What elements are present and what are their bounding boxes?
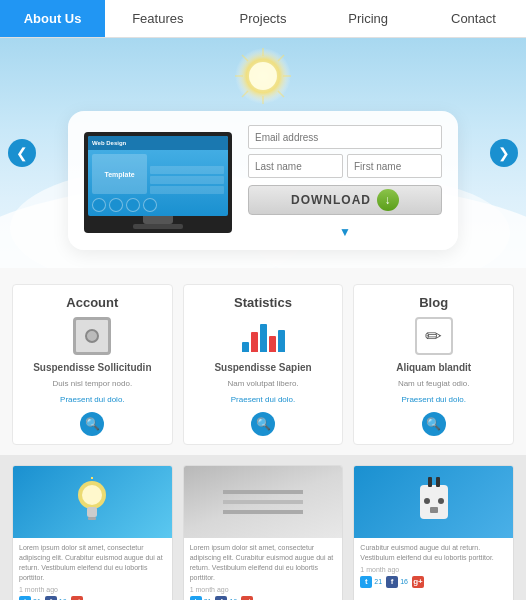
post-twitter-3[interactable]: t 21 bbox=[360, 576, 382, 588]
gplus-icon: g+ bbox=[241, 596, 253, 600]
post-gplus-1[interactable]: g+ bbox=[71, 596, 83, 600]
email-input[interactable] bbox=[248, 125, 442, 149]
post-text-3: Curabitur euismod augue dui at return. V… bbox=[360, 543, 507, 563]
post-social-3: t 21 f 16 g+ bbox=[360, 576, 507, 588]
hero-next-arrow[interactable]: ❯ bbox=[490, 139, 518, 167]
feature-blog: Blog ✏ Aliquam blandit Nam ut feugiat od… bbox=[353, 284, 514, 445]
twitter-icon: t bbox=[360, 576, 372, 588]
feature-blog-link[interactable]: Praesent dui dolo. bbox=[401, 395, 466, 404]
download-label: DOWNLOAD bbox=[291, 193, 371, 207]
feature-blog-name: Aliquam blandit bbox=[396, 362, 471, 373]
socket-icon bbox=[412, 477, 456, 527]
svg-point-1 bbox=[249, 62, 277, 90]
hero-form: DOWNLOAD ↓ ▼ bbox=[248, 125, 442, 240]
svg-rect-15 bbox=[87, 507, 97, 517]
post-text-1: Lorem ipsum dolor sit amet, consectetur … bbox=[19, 543, 166, 582]
bulb-icon bbox=[74, 477, 110, 527]
hero-prev-arrow[interactable]: ❮ bbox=[8, 139, 36, 167]
post-gplus-2[interactable]: g+ bbox=[241, 596, 253, 600]
svg-rect-26 bbox=[436, 477, 440, 487]
lines-icon bbox=[223, 482, 303, 522]
twitter-icon: t bbox=[19, 596, 31, 600]
post-text-2: Lorem ipsum dolor sit amet, consectetur … bbox=[190, 543, 337, 582]
post-body-3: Curabitur euismod augue dui at return. V… bbox=[354, 538, 513, 593]
feature-statistics-desc: Nam volutpat libero. bbox=[227, 379, 298, 389]
scroll-down-icon: ▼ bbox=[339, 225, 351, 239]
post-facebook-3[interactable]: f 16 bbox=[386, 576, 408, 588]
post-social-2: t 21 f 16 g+ bbox=[190, 596, 337, 600]
navigation: About Us Features Projects Pricing Conta… bbox=[0, 0, 526, 38]
feature-account-desc: Duis nisl tempor nodo. bbox=[53, 379, 133, 389]
svg-rect-25 bbox=[428, 477, 432, 487]
svg-rect-24 bbox=[430, 507, 438, 513]
feature-statistics-name: Suspendisse Sapien bbox=[214, 362, 311, 373]
firstname-input[interactable] bbox=[347, 154, 442, 178]
feature-account-search[interactable]: 🔍 bbox=[80, 412, 104, 436]
posts-section: Lorem ipsum dolor sit amet, consectetur … bbox=[0, 455, 526, 600]
gplus-icon: g+ bbox=[71, 596, 83, 600]
post-date-2: 1 month ago bbox=[190, 586, 337, 593]
feature-account-link[interactable]: Praesent dui dolo. bbox=[60, 395, 125, 404]
post-thumb-2 bbox=[184, 466, 343, 538]
post-body-2: Lorem ipsum dolor sit amet, consectetur … bbox=[184, 538, 343, 600]
nav-item-contact[interactable]: Contact bbox=[421, 0, 526, 37]
feature-blog-search[interactable]: 🔍 bbox=[422, 412, 446, 436]
post-body-1: Lorem ipsum dolor sit amet, consectetur … bbox=[13, 538, 172, 600]
nav-item-features[interactable]: Features bbox=[105, 0, 210, 37]
chart-icon bbox=[239, 316, 287, 356]
blog-icon: ✏ bbox=[410, 316, 458, 356]
download-button[interactable]: DOWNLOAD ↓ bbox=[248, 185, 442, 215]
gplus-icon: g+ bbox=[412, 576, 424, 588]
sun-icon bbox=[233, 46, 293, 106]
feature-blog-desc: Nam ut feugiat odio. bbox=[398, 379, 470, 389]
feature-account-name: Suspendisse Sollicitudin bbox=[33, 362, 151, 373]
safe-icon bbox=[68, 316, 116, 356]
post-date-3: 1 month ago bbox=[360, 566, 507, 573]
facebook-icon: f bbox=[215, 596, 227, 600]
twitter-icon: t bbox=[190, 596, 202, 600]
post-card-2: Lorem ipsum dolor sit amet, consectetur … bbox=[183, 465, 344, 600]
download-icon: ↓ bbox=[377, 189, 399, 211]
facebook-icon: f bbox=[386, 576, 398, 588]
svg-point-23 bbox=[438, 498, 444, 504]
nav-item-pricing[interactable]: Pricing bbox=[316, 0, 421, 37]
feature-statistics-title: Statistics bbox=[234, 295, 292, 310]
feature-account: Account Suspendisse Sollicitudin Duis ni… bbox=[12, 284, 173, 445]
post-facebook-1[interactable]: f 16 bbox=[45, 596, 67, 600]
hero-section: ❮ ❯ Web Design Template bbox=[0, 38, 526, 268]
post-card-1: Lorem ipsum dolor sit amet, consectetur … bbox=[12, 465, 173, 600]
svg-point-22 bbox=[424, 498, 430, 504]
post-twitter-2[interactable]: t 21 bbox=[190, 596, 212, 600]
svg-point-14 bbox=[82, 485, 102, 505]
feature-statistics-search[interactable]: 🔍 bbox=[251, 412, 275, 436]
svg-rect-16 bbox=[88, 517, 96, 520]
post-twitter-1[interactable]: t 21 bbox=[19, 596, 41, 600]
post-thumb-3 bbox=[354, 466, 513, 538]
post-thumb-1 bbox=[13, 466, 172, 538]
feature-account-title: Account bbox=[66, 295, 118, 310]
post-date-1: 1 month ago bbox=[19, 586, 166, 593]
post-gplus-3[interactable]: g+ bbox=[412, 576, 424, 588]
post-social-1: t 21 f 16 g+ bbox=[19, 596, 166, 600]
post-card-3: Curabitur euismod augue dui at return. V… bbox=[353, 465, 514, 600]
facebook-icon: f bbox=[45, 596, 57, 600]
nav-item-about[interactable]: About Us bbox=[0, 0, 105, 37]
features-section: Account Suspendisse Sollicitudin Duis ni… bbox=[0, 268, 526, 455]
nav-item-projects[interactable]: Projects bbox=[210, 0, 315, 37]
post-facebook-2[interactable]: f 16 bbox=[215, 596, 237, 600]
feature-statistics: Statistics Suspendisse Sapien Nam volutp… bbox=[183, 284, 344, 445]
hero-card: Web Design Template bbox=[68, 111, 458, 250]
lastname-input[interactable] bbox=[248, 154, 343, 178]
feature-blog-title: Blog bbox=[419, 295, 448, 310]
feature-statistics-link[interactable]: Praesent dui dolo. bbox=[231, 395, 296, 404]
monitor: Web Design Template bbox=[84, 132, 234, 233]
